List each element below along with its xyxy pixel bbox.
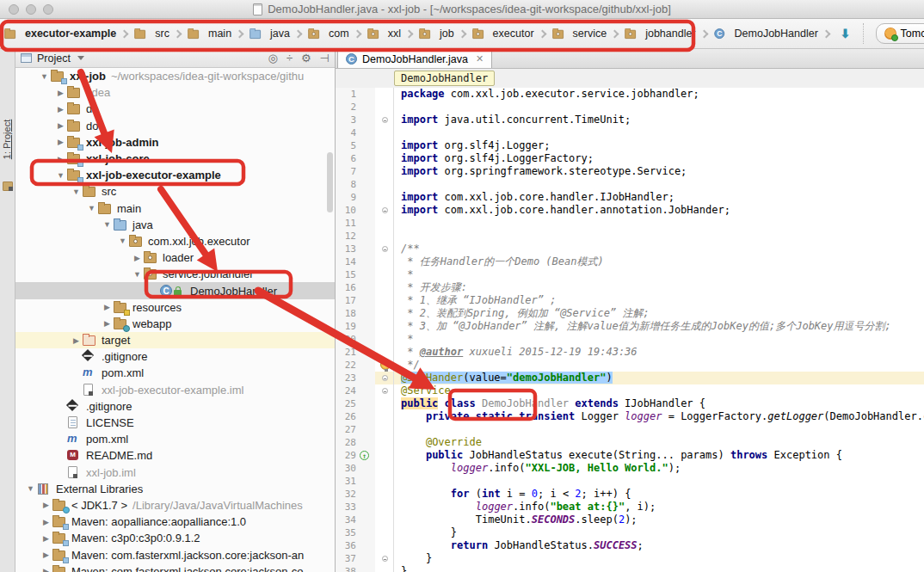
code-line-29[interactable]: 29↑ public JobHandleStatus execute(Strin… — [336, 449, 924, 462]
code-line-33[interactable]: 33 logger.info("beat at:{}", i); — [336, 501, 924, 514]
tree-item-service-jobhandler[interactable]: ▼service.jobhandler — [15, 266, 335, 282]
tree-item-java[interactable]: ▼java — [15, 217, 335, 233]
tree-item-main[interactable]: ▼main — [15, 200, 335, 217]
code-line-14[interactable]: 14 * 任务Handler的一个Demo (Bean模式) — [336, 255, 924, 268]
code-line-20[interactable]: 20 * — [336, 333, 924, 346]
breadcrumb-item-demojobhandler[interactable]: CDemoJobHandler — [713, 28, 818, 40]
overriding-method-icon[interactable]: ↑ — [360, 451, 369, 460]
project-tool-window-tab[interactable]: 1: Project — [0, 102, 15, 197]
code-editor[interactable]: 1package com.xxl.job.executor.service.jo… — [336, 88, 924, 572]
code-line-2[interactable]: 2 — [336, 101, 924, 114]
breadcrumb-item-service[interactable]: service — [551, 28, 607, 40]
code-line-9[interactable]: 9import com.xxl.job.core.handler.IJobHan… — [336, 191, 924, 204]
code-line-28[interactable]: 28 @Override — [336, 436, 924, 449]
code-line-17[interactable]: 17 * 1、继承 “IJobHandler” ; — [336, 294, 924, 307]
code-line-37[interactable]: 37 } — [336, 552, 924, 565]
tree-item--idea[interactable]: ▶.idea — [15, 84, 335, 101]
tree-item-loader[interactable]: ▶loader — [15, 249, 335, 266]
breadcrumb-item-executor-example[interactable]: executor-example — [3, 28, 116, 40]
tree-item-xxl-job[interactable]: ▼xxl-job~/workspaces/idea-git-workspace/… — [15, 68, 335, 84]
code-line-38[interactable]: 38} — [336, 565, 924, 572]
expand-arrow-icon[interactable]: ▶ — [40, 501, 52, 509]
navigate-down-icon[interactable]: ⬇ — [841, 28, 851, 40]
close-tab-icon[interactable]: ✕ — [476, 53, 484, 65]
code-line-16[interactable]: 16 * 开发步骤: — [336, 281, 924, 294]
code-line-6[interactable]: 6import org.slf4j.LoggerFactory; — [336, 152, 924, 165]
collapse-arrow-icon[interactable]: ▼ — [70, 188, 83, 196]
hide-panel-icon[interactable]: ⊣ — [320, 52, 330, 65]
tree-item-target[interactable]: ▶target — [15, 332, 335, 348]
tree-item-demojobhandler[interactable]: CDemoJobHandler — [15, 282, 335, 298]
code-line-35[interactable]: 35 } — [336, 526, 924, 539]
collapse-arrow-icon[interactable]: ▼ — [54, 171, 67, 180]
breadcrumb-item-xxl[interactable]: xxl — [367, 28, 401, 40]
editor-tab-demojobhandler[interactable]: C DemoJobHandler.java ✕ — [337, 49, 492, 68]
expand-arrow-icon[interactable]: ▶ — [70, 336, 83, 345]
expand-arrow-icon[interactable]: ▶ — [54, 138, 67, 146]
tree-item-maven-com-fasterxml-jackson-core-jackson-co[interactable]: ▶Maven: com.fasterxml.jackson.core:jacks… — [15, 563, 335, 572]
code-line-4[interactable]: 4 — [336, 126, 924, 139]
breadcrumb-item-src[interactable]: src — [133, 28, 169, 40]
code-line-24[interactable]: 24@Service — [336, 384, 924, 397]
code-line-30[interactable]: 30 logger.info("XXL-JOB, Hello World."); — [336, 462, 924, 475]
code-line-23[interactable]: 23@JobHander(value="demoJobHandler") — [336, 372, 924, 384]
breadcrumb-item-jobhandler[interactable]: jobhandler — [624, 28, 695, 40]
locate-icon[interactable]: ◎ — [268, 52, 278, 65]
tree-item-pom-xml[interactable]: mpom.xml — [15, 431, 335, 447]
breadcrumb-item-main[interactable]: main — [187, 28, 231, 40]
collapse-arrow-icon[interactable]: ▼ — [85, 204, 98, 212]
tree-item-pom-xml[interactable]: mpom.xml — [15, 365, 335, 381]
maximize-window-button[interactable] — [43, 4, 53, 15]
code-line-36[interactable]: 36 return JobHandleStatus.SUCCESS; — [336, 539, 924, 552]
code-line-3[interactable]: 3import java.util.concurrent.TimeUnit; — [336, 114, 924, 126]
code-line-10[interactable]: 10import com.xxl.job.core.handler.annota… — [336, 204, 924, 217]
breadcrumb-item-job[interactable]: job — [418, 28, 454, 40]
breadcrumb-item-executor[interactable]: executor — [471, 28, 534, 40]
fold-marker-icon[interactable] — [382, 246, 388, 252]
tree-item-webapp[interactable]: ▶webapp — [15, 316, 335, 332]
tree-item-xxl-job-admin[interactable]: ▶xxl-job-admin — [15, 134, 335, 151]
expand-arrow-icon[interactable]: ▶ — [101, 303, 114, 311]
code-line-8[interactable]: 8 — [336, 178, 924, 191]
collapse-all-icon[interactable]: ÷ — [286, 52, 293, 65]
tree-item--gitignore[interactable]: .gitignore — [15, 348, 335, 365]
tree-item-doc[interactable]: ▶doc — [15, 118, 335, 134]
collapse-arrow-icon[interactable]: ▼ — [116, 237, 129, 245]
code-line-19[interactable]: 19 * 3、加 “@JobHander” 注解, 注解value值为新增任务生… — [336, 320, 924, 333]
tree-item-com-xxl-job-executor[interactable]: ▼com.xxl.job.executor — [15, 233, 335, 249]
code-line-12[interactable]: 12 — [336, 230, 924, 243]
fold-marker-icon[interactable] — [382, 556, 388, 562]
tree-item-resources[interactable]: ▶resources — [15, 299, 335, 316]
code-line-18[interactable]: 18 * 2、装配到Spring, 例如加 “@Service” 注解; — [336, 307, 924, 320]
expand-arrow-icon[interactable]: ▶ — [40, 534, 52, 543]
collapse-arrow-icon[interactable]: ▼ — [101, 220, 114, 229]
code-line-34[interactable]: 34 TimeUnit.SECONDS.sleep(2); — [336, 514, 924, 526]
fold-marker-icon[interactable] — [382, 388, 388, 394]
tree-item--gitignore[interactable]: .gitignore — [15, 398, 335, 415]
code-line-11[interactable]: 11 — [336, 217, 924, 230]
code-line-25[interactable]: 25public class DemoJobHandler extends IJ… — [336, 397, 924, 410]
tree-item-license[interactable]: LICENSE — [15, 415, 335, 431]
expand-arrow-icon[interactable]: ▶ — [101, 319, 114, 328]
tree-item-readme-md[interactable]: MREADME.md — [15, 447, 335, 464]
expand-arrow-icon[interactable]: ▶ — [54, 155, 67, 163]
tree-item-xxl-job-executor-example[interactable]: ▼xxl-job-executor-example — [15, 167, 335, 183]
tree-item-xxl-job-executor-example-iml[interactable]: xxl-job-executor-example.iml — [15, 382, 335, 398]
fold-marker-icon[interactable] — [382, 375, 388, 381]
code-line-5[interactable]: 5import org.slf4j.Logger; — [336, 139, 924, 152]
code-line-7[interactable]: 7import org.springframework.stereotype.S… — [336, 165, 924, 178]
collapse-arrow-icon[interactable]: ▼ — [38, 72, 51, 81]
gear-icon[interactable]: ⚙ — [301, 52, 311, 65]
code-line-1[interactable]: 1package com.xxl.job.executor.service.jo… — [336, 88, 924, 101]
run-configuration-selector[interactable]: Tomcat7 — [876, 23, 924, 44]
project-scrollbar[interactable] — [327, 152, 333, 212]
fold-marker-icon[interactable] — [382, 117, 388, 123]
expand-arrow-icon[interactable]: ▶ — [131, 254, 144, 262]
tree-item-src[interactable]: ▼src — [15, 183, 335, 200]
tree-item-maven-c3p0-c3p0-0-9-1-2[interactable]: ▶Maven: c3p0:c3p0:0.9.1.2 — [15, 530, 335, 546]
code-line-31[interactable]: 31 — [336, 475, 924, 488]
tree-item-maven-com-fasterxml-jackson-core-jackson-an[interactable]: ▶Maven: com.fasterxml.jackson.core:jacks… — [15, 546, 335, 563]
code-line-27[interactable]: 27 — [336, 423, 924, 436]
close-window-button[interactable] — [9, 4, 19, 15]
breadcrumb-item-com[interactable]: com — [307, 28, 349, 40]
